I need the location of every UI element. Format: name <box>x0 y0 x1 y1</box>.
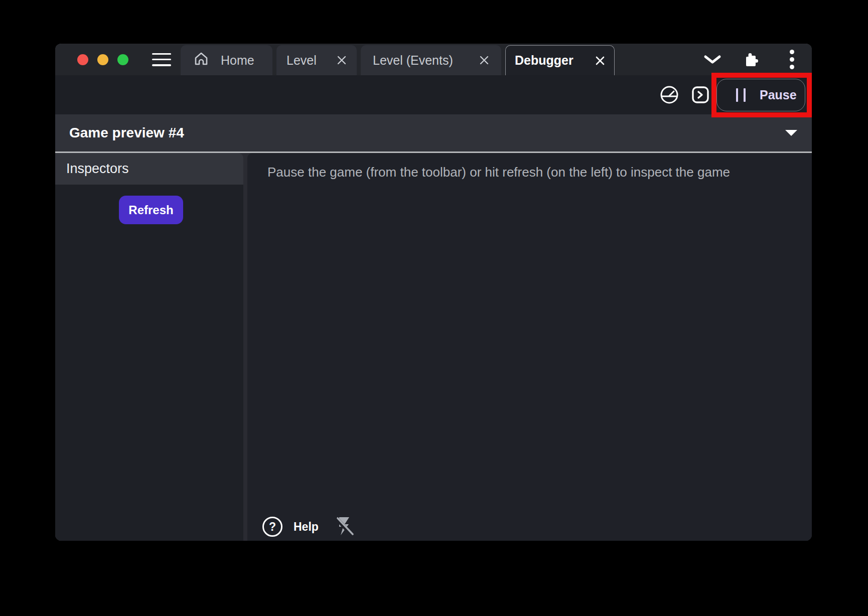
maximize-window-button[interactable] <box>117 54 128 65</box>
inspectors-sidebar: Inspectors Refresh <box>55 153 243 541</box>
tab-level[interactable]: Level <box>276 45 357 75</box>
window-controls <box>77 54 128 65</box>
tab-label: Debugger <box>515 53 573 68</box>
game-preview-title: Game preview #4 <box>69 125 184 141</box>
extensions-puzzle-icon[interactable] <box>744 44 760 75</box>
profiler-gauge-icon[interactable] <box>659 85 679 105</box>
inspectors-header-label: Inspectors <box>66 161 129 177</box>
inspectors-list: Refresh <box>55 185 243 541</box>
close-icon[interactable] <box>595 56 605 66</box>
debugger-toolbar: Pause <box>55 75 812 114</box>
tab-label: Level <box>286 53 317 68</box>
pause-icon <box>736 88 746 102</box>
hamburger-menu-icon[interactable] <box>152 53 171 66</box>
inspectors-header: Inspectors <box>55 153 243 185</box>
tab-level-events[interactable]: Level (Events) <box>361 45 501 75</box>
minimize-window-button[interactable] <box>97 54 108 65</box>
close-icon[interactable] <box>337 55 347 65</box>
inspector-detail-panel: Pause the game (from the toolbar) or hit… <box>247 153 812 541</box>
instruction-text: Pause the game (from the toolbar) or hit… <box>267 164 792 181</box>
chevron-down-icon[interactable] <box>785 129 798 136</box>
pause-button-label: Pause <box>760 88 797 102</box>
titlebar: Home Level Level (Events) <box>55 44 812 75</box>
close-window-button[interactable] <box>77 54 88 65</box>
footer-help-row: ? Help <box>262 516 354 538</box>
pause-button[interactable]: Pause <box>716 79 805 111</box>
panel-divider[interactable] <box>243 153 247 541</box>
tab-debugger[interactable]: Debugger <box>505 45 615 75</box>
content-area: Inspectors Refresh Pause the game (from … <box>55 153 812 541</box>
refresh-button[interactable]: Refresh <box>119 196 183 224</box>
tab-overflow-chevron-down-icon[interactable] <box>703 44 721 75</box>
flash-off-icon[interactable] <box>335 516 354 537</box>
desktop-background: Home Level Level (Events) <box>0 0 868 616</box>
more-options-kebab-icon[interactable] <box>790 44 794 75</box>
help-icon[interactable]: ? <box>262 517 282 537</box>
help-glyph: ? <box>269 520 276 534</box>
home-icon <box>194 51 209 69</box>
close-icon[interactable] <box>479 55 489 65</box>
tab-label: Level (Events) <box>373 53 453 68</box>
tab-label: Home <box>221 53 254 68</box>
help-label[interactable]: Help <box>294 520 319 534</box>
game-preview-header[interactable]: Game preview #4 <box>55 114 812 153</box>
tab-strip: Home Level Level (Events) <box>181 44 615 75</box>
app-window: Home Level Level (Events) <box>55 44 812 541</box>
console-icon[interactable] <box>691 86 709 104</box>
tab-home[interactable]: Home <box>181 45 272 75</box>
